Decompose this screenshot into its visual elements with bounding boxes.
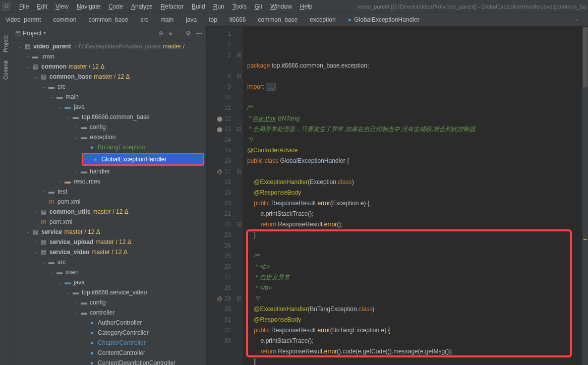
collapse-all-icon[interactable]: ÷: [177, 30, 181, 37]
gutter-line[interactable]: 11: [209, 103, 231, 113]
menu-run[interactable]: Run: [209, 3, 228, 10]
fold-toggle[interactable]: ⊟: [235, 293, 243, 304]
crumb[interactable]: common_base: [256, 16, 300, 23]
menu-analyze[interactable]: Analyze: [127, 3, 157, 10]
tree-row[interactable]: ›▬handler: [11, 166, 206, 176]
tree-row[interactable]: ●ChapterController: [11, 338, 206, 348]
code-content[interactable]: package top.it6666.common_base.exception…: [243, 27, 582, 365]
fold-toggle[interactable]: ⊟: [235, 124, 243, 135]
code-line[interactable]: * <b>: [247, 262, 578, 272]
menu-code[interactable]: Code: [104, 3, 127, 10]
tree-row[interactable]: ●GlobalExceptionHandler: [83, 154, 203, 164]
menu-help[interactable]: Help: [296, 3, 317, 10]
tree-row[interactable]: ●BnTangException: [11, 142, 206, 152]
code-line[interactable]: public class GlobalExceptionHandler {: [247, 156, 578, 166]
menu-window[interactable]: Window: [266, 3, 296, 10]
gutter-line[interactable]: 3: [209, 50, 231, 60]
crumb[interactable]: it6666: [227, 16, 248, 23]
code-line[interactable]: * @author BNTang: [247, 113, 578, 124]
gutter-line[interactable]: 33: [209, 336, 231, 346]
code-editor[interactable]: 123891011⬤12⬤13141516@171819202122232425…: [207, 27, 588, 365]
menu-refactor[interactable]: Refactor: [157, 3, 188, 10]
code-line[interactable]: * 全局异常处理器，只要发生了异常,如果在自己控制当中.没有去捕获,就会到此控制…: [247, 124, 578, 135]
chevron-down-icon[interactable]: ⌄: [74, 135, 80, 140]
gutter-line[interactable]: 9: [209, 82, 231, 92]
code-line[interactable]: e.printStackTrace();: [247, 336, 578, 346]
chevron-down-icon[interactable]: ⌄: [41, 260, 47, 265]
gutter-line[interactable]: 10: [209, 92, 231, 103]
gutter-line[interactable]: 15: [209, 145, 231, 156]
chevron-right-icon[interactable]: ›: [33, 209, 39, 214]
code-line[interactable]: return ResponseResult.error();: [247, 219, 578, 230]
scrollbar-thumb[interactable]: [583, 27, 587, 87]
tree-row[interactable]: ⌄▬src: [11, 257, 206, 267]
code-line[interactable]: [247, 240, 578, 251]
code-line[interactable]: }: [247, 230, 578, 240]
code-line[interactable]: */: [247, 293, 578, 304]
crumb[interactable]: common_base: [86, 16, 130, 23]
chevron-down-icon[interactable]: ⌄: [17, 44, 23, 49]
tree-row[interactable]: ⌄▦common master / 12 Δ: [11, 62, 206, 72]
tree-row[interactable]: ›▬test: [11, 187, 206, 197]
crumb[interactable]: common: [51, 16, 78, 23]
menu-tools[interactable]: Tools: [228, 3, 251, 10]
tree-row[interactable]: ⌄▦service master / 12 Δ: [11, 227, 206, 237]
menu-view[interactable]: View: [51, 3, 73, 10]
chevron-down-icon[interactable]: ⌄: [66, 290, 72, 295]
chevron-down-icon[interactable]: ⌄: [49, 270, 55, 275]
chevron-right-icon[interactable]: ›: [33, 239, 39, 245]
code-line[interactable]: /**: [247, 251, 578, 262]
chevron-right-icon[interactable]: ›: [25, 54, 31, 59]
gutter-line[interactable]: 23: [209, 230, 231, 240]
gutter-line[interactable]: 24: [209, 240, 231, 251]
tree-row[interactable]: mpom.xml: [11, 197, 206, 207]
code-line[interactable]: import ...: [247, 82, 578, 92]
code-line[interactable]: }: [247, 357, 578, 365]
gutter-line[interactable]: 22: [209, 219, 231, 230]
tree-row[interactable]: ●ContentDescriptionController: [11, 358, 206, 365]
tree-row[interactable]: ⌄▬main: [11, 267, 206, 277]
chevron-down-icon[interactable]: ⌄: [74, 310, 80, 315]
chevron-right-icon[interactable]: ›: [57, 179, 64, 184]
gutter-line[interactable]: @17: [209, 166, 231, 177]
gutter-line[interactable]: 18: [209, 177, 231, 188]
code-line[interactable]: @ResponseBody: [247, 188, 578, 198]
tree-row[interactable]: ⌄▬top.it6666.common_base: [11, 112, 206, 122]
tree-row[interactable]: ⌄▦video_parent~ D:\Develop\IdeaPro\video…: [11, 41, 206, 51]
tree-row[interactable]: ›▦common_utils master / 12 Δ: [11, 207, 206, 217]
tree-row[interactable]: ●AuthorController: [11, 318, 206, 328]
chevron-down-icon[interactable]: ⌄: [66, 114, 72, 119]
tree-row[interactable]: ⌄▦service_video master / 12 Δ: [11, 247, 206, 257]
chevron-down-icon[interactable]: ⌄: [41, 84, 47, 89]
crumb[interactable]: java: [184, 16, 199, 23]
chevron-right-icon[interactable]: ›: [74, 169, 80, 174]
menu-edit[interactable]: Edit: [33, 3, 51, 10]
menu-git[interactable]: Git: [251, 3, 266, 10]
gutter-line[interactable]: 32: [209, 325, 231, 336]
sidebar-tab-commit[interactable]: Commit: [2, 56, 10, 84]
fold-toggle[interactable]: ⊟: [235, 219, 243, 230]
chevron-down-icon[interactable]: ⌄: [33, 250, 39, 255]
tree-row[interactable]: ⌄▬src: [11, 82, 206, 92]
crumb[interactable]: main: [158, 16, 175, 23]
code-line[interactable]: */: [247, 135, 578, 145]
code-line[interactable]: public ResponseResult error(BnTangExcept…: [247, 325, 578, 336]
chevron-down-icon[interactable]: ⌄: [49, 94, 55, 99]
gutter-line[interactable]: ⬤12: [209, 113, 231, 124]
gutter-line[interactable]: 27: [209, 272, 231, 283]
tree-row[interactable]: ›▬.mvn: [11, 51, 206, 62]
crumb[interactable]: top: [207, 16, 219, 23]
code-line[interactable]: public ResponseResult error(Exception e)…: [247, 198, 578, 209]
gutter-line[interactable]: 26: [209, 262, 231, 272]
chevron-right-icon[interactable]: ›: [74, 125, 80, 130]
tree-row[interactable]: ›▬config: [11, 297, 206, 308]
menu-file[interactable]: File: [15, 3, 33, 10]
code-line[interactable]: [247, 166, 578, 177]
fold-toggle[interactable]: ⊟: [235, 166, 243, 177]
expand-all-icon[interactable]: ≡: [168, 30, 172, 37]
chevron-down-icon[interactable]: ⌄: [33, 74, 39, 79]
code-line[interactable]: @ExceptionHandler(BnTangException.class): [247, 304, 578, 315]
tree-row[interactable]: ⌄▬top.it6666.service_video: [11, 287, 206, 297]
gutter-line[interactable]: 8: [209, 71, 231, 82]
code-line[interactable]: [247, 92, 578, 103]
